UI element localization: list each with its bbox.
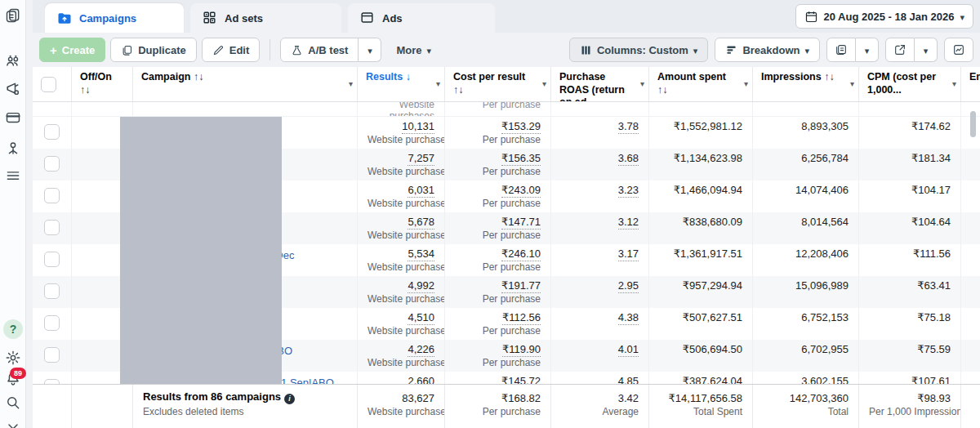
chevron-down-icon	[924, 44, 929, 56]
purchase-roas-cell: 3.17	[551, 244, 649, 276]
impressions-value: 8,014,564	[801, 215, 849, 229]
cpm-value: ₹63.41	[917, 279, 951, 292]
export-dropdown-caret[interactable]	[915, 38, 938, 62]
more-button[interactable]: More	[386, 38, 441, 62]
chevron-down-icon[interactable]	[542, 78, 546, 91]
events-manager-icon[interactable]	[4, 139, 22, 157]
cost-value: ₹153.29	[501, 119, 541, 134]
select-all-checkbox[interactable]	[41, 77, 56, 92]
toolbar-right-group: Columns: Custom Breakdown	[569, 38, 973, 62]
reports-split-button	[826, 38, 879, 62]
cost-per-result-cell: ₹145.72Per purchase	[445, 372, 551, 384]
impressions-value: 6,256,784	[801, 151, 849, 165]
duplicate-button[interactable]: Duplicate	[110, 38, 197, 62]
impressions-value: 6,752,153	[801, 310, 849, 324]
vertical-scrollbar-thumb[interactable]	[970, 111, 976, 137]
row-checkbox[interactable]	[44, 124, 60, 140]
summary-check-cell	[33, 385, 72, 428]
summary-cpm-cell: ₹98.93Per 1,000 Impressions	[859, 385, 961, 428]
roas-value: 4.38	[618, 310, 639, 325]
summary-spent-cell: ₹14,117,656.58Total Spent	[649, 385, 753, 428]
row-checkbox[interactable]	[44, 188, 60, 203]
ads-reporting-icon[interactable]	[4, 80, 22, 98]
date-range-picker[interactable]: 20 Aug 2025 - 18 Jan 2026	[795, 4, 973, 29]
amount-spent-cell: ₹957,294.94	[649, 276, 753, 308]
col-label: Cost per result	[453, 71, 525, 82]
chevron-down-icon[interactable]	[640, 78, 644, 91]
chevron-down-icon[interactable]	[850, 78, 854, 91]
row-checkbox[interactable]	[44, 220, 60, 235]
row-checkbox[interactable]	[44, 156, 60, 172]
export-icon	[893, 43, 906, 56]
info-icon[interactable]	[284, 394, 295, 404]
row-checkbox[interactable]	[44, 283, 60, 299]
cpm-value: ₹104.17	[911, 183, 951, 197]
plus-icon: +	[50, 44, 57, 56]
reports-dropdown-caret[interactable]	[856, 38, 879, 62]
chevron-down-icon[interactable]	[349, 78, 353, 91]
edit-label: Edit	[229, 44, 250, 56]
audiences-icon[interactable]	[4, 52, 22, 70]
tab-ad-sets[interactable]: Ad sets	[190, 3, 341, 33]
columns-button[interactable]: Columns: Custom	[569, 38, 708, 62]
col-header-cpm[interactable]: CPM (cost per 1,000...	[859, 67, 961, 101]
amount-spent-cell: ₹1,361,917.51	[649, 244, 753, 276]
collapse-icon[interactable]	[4, 420, 22, 428]
cost-per-result-cell: ₹191.77Per purchase	[445, 276, 551, 308]
col-label: Amount spent	[657, 71, 726, 82]
cpm-value: ₹111.56	[913, 247, 951, 261]
cost-sub-label: Per purchase	[455, 293, 541, 305]
col-header-ends[interactable]: En	[961, 67, 980, 101]
help-icon[interactable]: ?	[3, 319, 23, 339]
col-header-purchase-roas[interactable]: Purchase ROAS (return on ad...	[551, 67, 649, 101]
row-checkbox[interactable]	[44, 347, 60, 363]
edit-button[interactable]: Edit	[202, 38, 261, 62]
cost-value: ₹243.09	[501, 183, 541, 198]
chart-icon	[952, 43, 965, 56]
tab-campaigns[interactable]: Campaigns	[45, 3, 184, 33]
roas-value: 3.78	[618, 119, 639, 134]
settings-gear-icon[interactable]	[4, 349, 22, 367]
ads-manager-icon[interactable]	[4, 7, 22, 25]
col-header-cost-per-result[interactable]: Cost per result ↑↓	[445, 67, 551, 101]
spent-value: ₹1,361,917.51	[674, 247, 742, 261]
create-button[interactable]: + Create	[39, 38, 105, 62]
results-sub-label: Website purchases	[368, 325, 434, 337]
cpm-value: ₹75.18	[917, 310, 951, 324]
duplicate-icon	[121, 44, 133, 56]
export-button[interactable]	[885, 38, 915, 62]
all-tools-icon[interactable]	[4, 167, 22, 185]
chevron-down-icon[interactable]	[744, 78, 748, 91]
date-range-label: 20 Aug 2025 - 18 Jan 2026	[824, 11, 955, 23]
col-header-campaign[interactable]: Campaign ↑↓	[133, 67, 358, 101]
reports-button[interactable]	[826, 38, 856, 62]
summary-offon-cell	[72, 385, 133, 428]
ab-test-dropdown-caret[interactable]	[359, 38, 381, 62]
cost-per-result-cell: ₹119.90Per purchase	[445, 340, 551, 372]
summary-roas-cell: 3.42Average	[551, 385, 649, 428]
duplicate-label: Duplicate	[138, 44, 186, 56]
tab-ads[interactable]: Ads	[348, 3, 495, 33]
charts-button[interactable]	[944, 38, 973, 62]
billing-icon[interactable]	[4, 109, 22, 127]
col-header-impressions[interactable]: Impressions ↑↓	[753, 67, 859, 101]
col-header-off-on[interactable]: Off/On ↑↓	[72, 67, 133, 101]
ads-manager-app: ? 89 Campaigns	[0, 0, 980, 428]
cpm-cell: ₹181.34	[859, 149, 961, 181]
roas-value: 4.01	[618, 342, 639, 357]
ab-test-button[interactable]: A/B test	[280, 38, 359, 62]
results-value: 2,660	[408, 374, 434, 384]
cost-sub-label: Per purchase	[455, 357, 541, 369]
breakdown-button[interactable]: Breakdown	[715, 38, 820, 62]
cpm-cell: ₹107.61	[859, 372, 961, 384]
chevron-down-icon[interactable]	[952, 78, 956, 91]
chevron-down-icon[interactable]	[436, 78, 440, 91]
search-icon[interactable]	[4, 394, 22, 412]
row-checkbox[interactable]	[44, 252, 60, 267]
results-value: 5,678	[408, 215, 434, 230]
spent-value: ₹1,552,981.12	[674, 119, 742, 133]
row-checkbox[interactable]	[44, 315, 60, 331]
row-checkbox[interactable]	[44, 379, 60, 384]
col-header-results[interactable]: Results ↓	[358, 67, 445, 101]
col-header-amount-spent[interactable]: Amount spent ↑↓	[649, 67, 753, 101]
